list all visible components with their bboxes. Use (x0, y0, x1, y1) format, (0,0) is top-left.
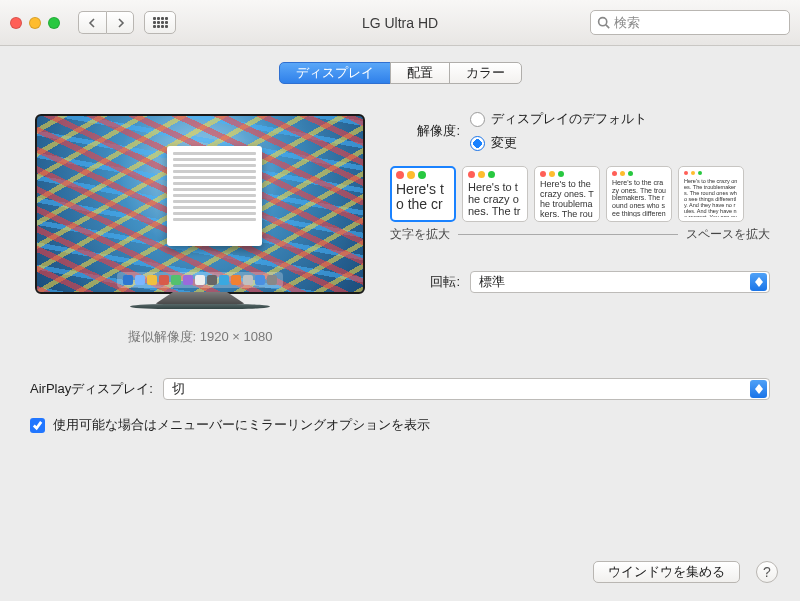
window-controls (10, 17, 60, 29)
radio-icon (470, 112, 485, 127)
mirroring-checkbox-label: 使用可能な場合はメニューバーにミラーリングオプションを表示 (53, 416, 430, 434)
checkmark-icon (32, 420, 43, 431)
mirroring-checkbox[interactable] (30, 418, 45, 433)
scale-left-label: 文字を拡大 (390, 226, 450, 243)
tab-color-label: カラー (466, 64, 505, 82)
airplay-label: AirPlayディスプレイ: (30, 380, 153, 398)
resolution-default-label: ディスプレイのデフォルト (491, 110, 647, 128)
thumb-sample: Here's to the crazy ones. The troublemak… (612, 179, 666, 217)
rotation-label: 回転: (390, 273, 460, 291)
back-button[interactable] (78, 11, 106, 34)
resolution-thumbnails: Here's to the crazy ones. The troublemak… (390, 166, 770, 222)
resolution-scaled-label: 変更 (491, 134, 517, 152)
svg-point-0 (599, 18, 607, 26)
thumb-sample: Here's to the crazy ones. The troublemak… (540, 180, 594, 217)
search-placeholder: 検索 (614, 14, 640, 32)
resolution-default-radio[interactable]: ディスプレイのデフォルト (470, 110, 647, 128)
airplay-select[interactable]: 切 (163, 378, 770, 400)
select-stepper-icon (750, 273, 767, 291)
gather-windows-button[interactable]: ウインドウを集める (593, 561, 740, 583)
airplay-value: 切 (172, 380, 750, 398)
nav-segment (78, 11, 134, 34)
minimize-window-icon[interactable] (29, 17, 41, 29)
search-icon (597, 16, 610, 29)
chevron-left-icon (88, 18, 98, 28)
search-input[interactable]: 検索 (590, 10, 790, 35)
resolution-option-2[interactable]: Here's to the crazy ones. The troublemak… (462, 166, 528, 222)
radio-icon (470, 136, 485, 151)
rotation-select[interactable]: 標準 (470, 271, 770, 293)
titlebar: LG Ultra HD 検索 (0, 0, 800, 46)
resolution-option-5[interactable]: Here's to the crazy ones. The troublemak… (678, 166, 744, 222)
chevron-right-icon (115, 18, 125, 28)
display-preview (35, 114, 365, 314)
resolution-scaled-radio[interactable]: 変更 (470, 134, 647, 152)
tab-arrange-label: 配置 (407, 64, 433, 82)
grid-icon (153, 17, 168, 28)
resolution-option-4[interactable]: Here's to the crazy ones. The troublemak… (606, 166, 672, 222)
zoom-window-icon[interactable] (48, 17, 60, 29)
show-all-button[interactable] (144, 11, 176, 34)
preview-caption: 擬似解像度: 1920 × 1080 (30, 328, 370, 346)
resolution-option-1[interactable]: Here's to the crazy ones. The troublemak… (390, 166, 456, 222)
scale-right-label: スペースを拡大 (686, 226, 770, 243)
tab-color[interactable]: カラー (449, 62, 522, 84)
resolution-option-3[interactable]: Here's to the crazy ones. The troublemak… (534, 166, 600, 222)
help-icon: ? (763, 564, 771, 580)
tab-display[interactable]: ディスプレイ (279, 62, 391, 84)
thumb-sample: Here's to the crazy ones. The troublemak… (684, 178, 738, 217)
help-button[interactable]: ? (756, 561, 778, 583)
rotation-value: 標準 (479, 273, 750, 291)
tab-arrangement[interactable]: 配置 (390, 62, 450, 84)
tab-bar: ディスプレイ 配置 カラー (0, 62, 800, 84)
forward-button[interactable] (106, 11, 134, 34)
tab-display-label: ディスプレイ (296, 64, 374, 82)
gather-windows-label: ウインドウを集める (608, 563, 725, 581)
select-stepper-icon (750, 380, 767, 398)
thumb-sample: Here's to the crazy ones. The troublemak… (396, 182, 450, 217)
close-window-icon[interactable] (10, 17, 22, 29)
resolution-label: 解像度: (390, 122, 460, 140)
scale-track (458, 234, 678, 235)
thumb-sample: Here's to the crazy ones. The troublemak… (468, 181, 522, 217)
